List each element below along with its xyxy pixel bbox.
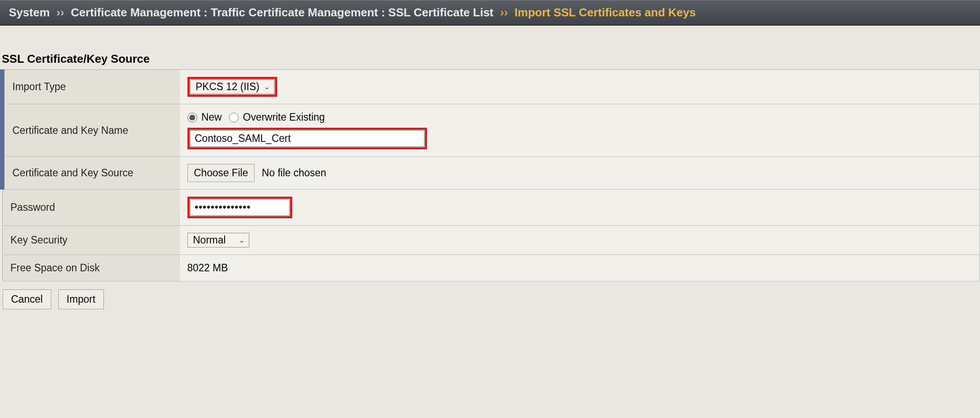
chevron-down-icon: ⌄ xyxy=(239,236,244,244)
breadcrumb-current: Import SSL Certificates and Keys xyxy=(515,6,696,19)
label-cert-key-name: Certificate and Key Name xyxy=(2,104,179,157)
label-free-space: Free Space on Disk xyxy=(2,255,179,281)
import-button[interactable]: Import xyxy=(58,289,104,309)
cancel-button[interactable]: Cancel xyxy=(3,289,51,309)
label-key-security: Key Security xyxy=(2,226,179,255)
free-space-value: 8022 MB xyxy=(187,262,228,274)
radio-overwrite[interactable] xyxy=(229,113,239,122)
cert-key-name-input[interactable] xyxy=(190,130,424,147)
import-type-value: PKCS 12 (IIS) xyxy=(196,81,259,93)
highlight-cert-name xyxy=(187,128,427,149)
radio-new-label: New xyxy=(202,111,222,123)
chevron-down-icon: ⌄ xyxy=(264,83,270,91)
section-title: SSL Certificate/Key Source xyxy=(0,26,980,69)
highlight-import-type: PKCS 12 (IIS) ⌄ xyxy=(187,77,277,97)
import-type-select[interactable]: PKCS 12 (IIS) ⌄ xyxy=(190,80,275,94)
key-security-value: Normal xyxy=(193,234,226,246)
label-cert-key-source: Certificate and Key Source xyxy=(2,157,179,190)
file-status-text: No file chosen xyxy=(262,167,326,179)
radio-new[interactable] xyxy=(187,113,197,122)
breadcrumb-sep-icon: ›› xyxy=(57,6,64,19)
label-password: Password xyxy=(2,190,179,226)
breadcrumb: System ›› Certificate Management : Traff… xyxy=(0,0,980,26)
breadcrumb-root[interactable]: System xyxy=(9,6,50,19)
breadcrumb-path[interactable]: Certificate Management : Traffic Certifi… xyxy=(71,6,493,19)
radio-overwrite-label: Overwrite Existing xyxy=(243,111,325,123)
choose-file-button[interactable]: Choose File xyxy=(187,164,255,182)
password-input[interactable] xyxy=(190,199,290,216)
label-import-type: Import Type xyxy=(2,70,179,104)
breadcrumb-sep-icon: ›› xyxy=(500,6,508,19)
key-security-select[interactable]: Normal ⌄ xyxy=(187,233,249,247)
highlight-password xyxy=(187,197,292,218)
form-table: Import Type PKCS 12 (IIS) ⌄ Certificate … xyxy=(0,69,980,281)
